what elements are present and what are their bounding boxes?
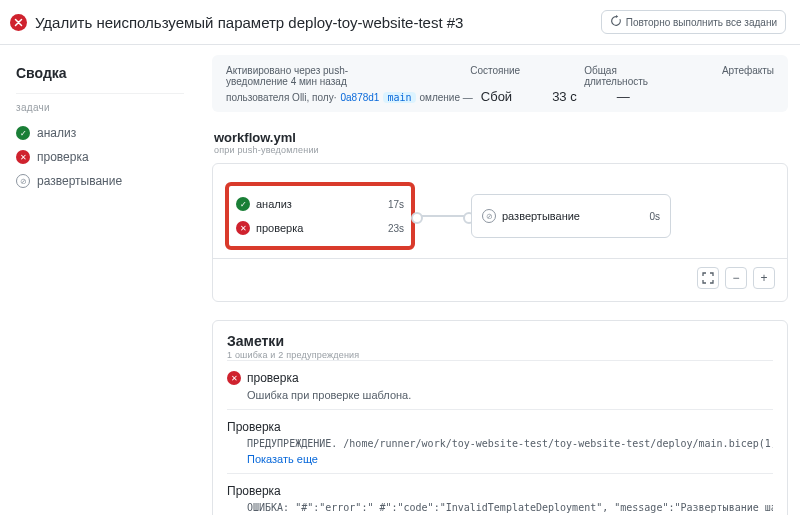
job-label: анализ (256, 198, 292, 210)
tab-summary[interactable]: Сводка (0, 57, 200, 89)
show-more-link[interactable]: Показать еще (247, 453, 773, 465)
duration-value: 33 с (552, 89, 577, 104)
annotations-title: Заметки (227, 333, 773, 349)
x-icon: ✕ (227, 371, 241, 385)
job-duration: 23s (388, 223, 404, 234)
annotation-item: ✕ проверка Ошибка при проверке шаблона. (227, 360, 773, 409)
zoom-out-button[interactable]: − (725, 267, 747, 289)
check-icon: ✓ (236, 197, 250, 211)
annotation-head: Проверка (227, 420, 281, 434)
annotation-item: Проверка ПРЕДУПРЕЖДЕНИЕ. /home/runner/wo… (227, 409, 773, 473)
page-header: Удалить неиспользуемый параметр deploy-t… (0, 0, 800, 45)
fullscreen-button[interactable] (697, 267, 719, 289)
status-fail-icon (10, 14, 27, 31)
graph-connector (415, 215, 471, 217)
annotation-body: ПРЕДУПРЕЖДЕНИЕ. /home/runner/work/toy-we… (247, 438, 773, 449)
sidebar-divider (16, 93, 184, 94)
annotation-body: Ошибка при проверке шаблона. (247, 389, 773, 401)
job-item-validate[interactable]: ✕ проверка 23s (236, 221, 404, 235)
job-duration: 0s (649, 211, 660, 222)
main-content: Активировано через push-уведомление 4 ми… (200, 45, 800, 515)
job-label: проверка (256, 222, 303, 234)
annotation-head: Проверка (227, 484, 281, 498)
annotations-subtitle: 1 ошибка и 2 предупреждения (227, 350, 773, 360)
status-label: Состояние (470, 65, 520, 87)
annotation-body: ОШИБКА: "#":"error":" #":"code":"Invalid… (247, 502, 773, 513)
run-summary: Активировано через push-уведомление 4 ми… (212, 55, 788, 112)
sidebar: Сводка задачи ✓ анализ ✕ проверка ⊘ разв… (0, 45, 200, 515)
workflow-file-title: workflow.yml (212, 130, 788, 145)
trigger-label: Активировано через push-уведомление 4 ми… (226, 65, 406, 87)
x-icon: ✕ (16, 150, 30, 164)
sidebar-item-label: развертывание (37, 174, 122, 188)
sidebar-item-deploy[interactable]: ⊘ развертывание (0, 169, 200, 193)
annotation-head: проверка (247, 371, 299, 385)
page-title: Удалить неиспользуемый параметр deploy-t… (35, 14, 593, 31)
annotations-card: Заметки 1 ошибка и 2 предупреждения ✕ пр… (212, 320, 788, 515)
actor-suffix: омление — (420, 92, 473, 103)
actor-prefix: пользователя Olli, полу· (226, 92, 336, 103)
commit-link[interactable]: 0a878d1 (340, 92, 379, 103)
job-duration: 17s (388, 199, 404, 210)
skip-icon: ⊘ (482, 209, 496, 223)
workflow-subtitle: опри push-уведомлении (212, 145, 788, 163)
artifacts-label: Артефакты (722, 65, 774, 87)
job-card-group[interactable]: ✓ анализ 17s ✕ проверка 23s (225, 182, 415, 250)
job-item-lint[interactable]: ✓ анализ 17s (236, 197, 404, 211)
rerun-all-button[interactable]: Повторно выполнить все задани (601, 10, 786, 34)
rerun-all-label: Повторно выполнить все задани (626, 17, 777, 28)
sidebar-section-label: задачи (0, 98, 200, 121)
sidebar-item-label: проверка (37, 150, 89, 164)
job-label: развертывание (502, 210, 580, 222)
sidebar-item-validate[interactable]: ✕ проверка (0, 145, 200, 169)
zoom-in-button[interactable]: + (753, 267, 775, 289)
job-item-deploy[interactable]: ⊘ развертывание 0s (482, 209, 660, 223)
artifacts-value: — (617, 89, 630, 104)
sidebar-item-lint[interactable]: ✓ анализ (0, 121, 200, 145)
duration-label: Общая длительность (584, 65, 658, 87)
refresh-icon (610, 15, 622, 29)
check-icon: ✓ (16, 126, 30, 140)
skip-icon: ⊘ (16, 174, 30, 188)
branch-chip[interactable]: main (383, 92, 415, 103)
workflow-graph: workflow.yml опри push-уведомлении ✓ ана… (212, 130, 788, 302)
status-value: Сбой (481, 89, 512, 104)
sidebar-item-label: анализ (37, 126, 76, 140)
x-icon: ✕ (236, 221, 250, 235)
job-card-deploy[interactable]: ⊘ развертывание 0s (471, 194, 671, 238)
annotation-item: Проверка ОШИБКА: "#":"error":" #":"code"… (227, 473, 773, 515)
